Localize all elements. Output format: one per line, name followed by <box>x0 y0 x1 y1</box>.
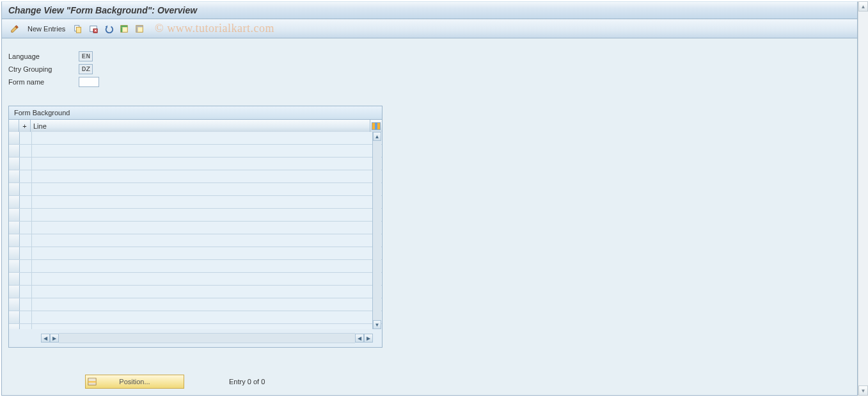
language-label: Language <box>8 53 79 60</box>
table-row[interactable] <box>9 298 382 311</box>
table-row[interactable] <box>9 183 382 196</box>
table-row[interactable] <box>9 286 382 298</box>
table-row[interactable] <box>9 311 382 324</box>
row-line-cell[interactable] <box>32 311 382 323</box>
row-line-cell[interactable] <box>32 260 382 272</box>
row-selector[interactable] <box>9 260 20 272</box>
row-plus-cell[interactable] <box>20 273 32 285</box>
row-selector[interactable] <box>9 158 20 170</box>
deselect-all-icon <box>135 24 144 33</box>
row-plus-cell[interactable] <box>20 247 32 259</box>
row-plus-cell[interactable] <box>20 260 32 272</box>
vscroll-track[interactable] <box>373 141 381 320</box>
row-plus-cell[interactable] <box>20 145 32 157</box>
hscroll-last-icon[interactable]: ▶ <box>364 334 373 343</box>
copy-icon <box>74 24 83 33</box>
table-settings-button[interactable] <box>370 120 382 133</box>
table-row[interactable] <box>9 234 382 247</box>
svg-rect-11 <box>88 381 96 383</box>
table-row[interactable] <box>9 260 382 273</box>
entry-count-text: Entry 0 of 0 <box>229 378 265 385</box>
position-button[interactable]: Position... <box>85 375 184 389</box>
new-entries-label: New Entries <box>28 25 65 33</box>
language-field[interactable] <box>79 51 93 61</box>
scroll-down-icon[interactable]: ▼ <box>858 385 868 396</box>
select-all-button[interactable] <box>118 22 130 35</box>
new-entries-button[interactable]: New Entries <box>24 23 69 35</box>
col-line-header[interactable]: Line <box>31 120 370 133</box>
row-line-cell[interactable] <box>32 273 382 285</box>
row-selector[interactable] <box>9 222 20 234</box>
row-line-cell[interactable] <box>32 196 382 208</box>
row-line-cell[interactable] <box>32 247 382 259</box>
form-name-field[interactable] <box>79 77 99 87</box>
row-plus-cell[interactable] <box>20 132 32 144</box>
row-selector[interactable] <box>9 209 20 221</box>
row-plus-cell[interactable] <box>20 158 32 170</box>
scroll-up-icon[interactable]: ▲ <box>858 1 868 12</box>
scroll-down-icon[interactable]: ▼ <box>373 320 381 329</box>
row-line-cell[interactable] <box>32 286 382 298</box>
row-line-cell[interactable] <box>32 158 382 170</box>
page-vertical-scrollbar[interactable]: ▲ ▼ <box>858 1 868 396</box>
ctry-grouping-field[interactable] <box>79 64 93 74</box>
row-line-cell[interactable] <box>32 145 382 157</box>
table-row[interactable] <box>9 132 382 145</box>
table-row[interactable] <box>9 222 382 234</box>
row-selector[interactable] <box>9 196 20 208</box>
hscroll-first-icon[interactable]: ◀ <box>41 334 50 343</box>
row-plus-cell[interactable] <box>20 311 32 323</box>
svg-rect-1 <box>77 27 81 33</box>
col-plus-header[interactable]: + <box>19 120 31 133</box>
row-plus-cell[interactable] <box>20 209 32 221</box>
svg-rect-6 <box>121 27 123 32</box>
deselect-all-button[interactable] <box>133 22 146 35</box>
hscroll-left-icon[interactable]: ▶ <box>50 334 59 343</box>
row-line-cell[interactable] <box>32 222 382 234</box>
row-line-cell[interactable] <box>32 132 382 144</box>
row-plus-cell[interactable] <box>20 222 32 234</box>
row-selector[interactable] <box>9 247 20 259</box>
table-row[interactable] <box>9 158 382 170</box>
row-selector[interactable] <box>9 183 20 195</box>
form-background-table: Form Background + Line ▲ ▼ ◀ ▶ ◀ <box>8 106 383 348</box>
row-plus-cell[interactable] <box>20 286 32 298</box>
row-selector[interactable] <box>9 311 20 323</box>
delete-button[interactable] <box>87 22 100 35</box>
table-row[interactable] <box>9 273 382 286</box>
row-plus-cell[interactable] <box>20 183 32 195</box>
row-line-cell[interactable] <box>32 170 382 182</box>
table-header-row: + Line <box>9 120 382 133</box>
row-plus-cell[interactable] <box>20 196 32 208</box>
table-vertical-scrollbar[interactable]: ▲ ▼ <box>372 132 381 329</box>
row-line-cell[interactable] <box>32 234 382 247</box>
table-row[interactable] <box>9 209 382 222</box>
row-selector-header[interactable] <box>9 120 19 133</box>
row-plus-cell[interactable] <box>20 298 32 311</box>
row-selector[interactable] <box>9 273 20 285</box>
copy-as-button[interactable] <box>72 22 84 35</box>
undo-button[interactable] <box>102 22 115 35</box>
row-selector[interactable] <box>9 234 20 247</box>
row-selector[interactable] <box>9 298 20 311</box>
row-plus-cell[interactable] <box>20 170 32 182</box>
row-selector[interactable] <box>9 132 20 144</box>
row-line-cell[interactable] <box>32 209 382 221</box>
table-row[interactable] <box>9 145 382 158</box>
row-selector[interactable] <box>9 170 20 182</box>
hscroll-right-icon[interactable]: ◀ <box>355 334 364 343</box>
hscroll-track[interactable] <box>59 333 355 343</box>
scroll-up-icon[interactable]: ▲ <box>373 132 381 141</box>
row-plus-cell[interactable] <box>20 234 32 247</box>
toggle-change-button[interactable] <box>8 22 21 35</box>
application-area: Change View "Form Background": Overview … <box>1 1 858 396</box>
table-row[interactable] <box>9 196 382 209</box>
row-line-cell[interactable] <box>32 183 382 195</box>
table-row[interactable] <box>9 247 382 260</box>
page-title: Change View "Form Background": Overview <box>8 5 197 15</box>
row-line-cell[interactable] <box>32 298 382 311</box>
row-selector[interactable] <box>9 145 20 157</box>
table-row[interactable] <box>9 170 382 183</box>
table-horizontal-scroll-area: ◀ ▶ ◀ ▶ <box>9 329 382 347</box>
row-selector[interactable] <box>9 286 20 298</box>
